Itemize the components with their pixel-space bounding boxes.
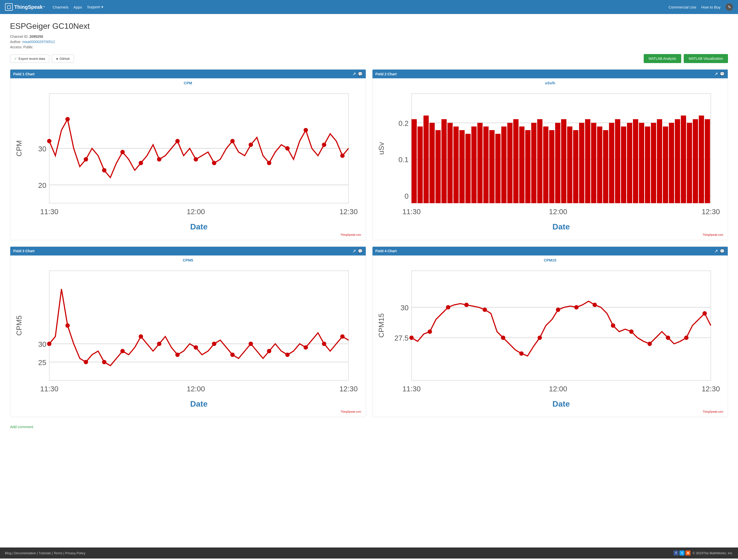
svg-rect-49 — [471, 126, 476, 203]
svg-point-133 — [537, 335, 542, 340]
chart-title-field2: uSv/h — [375, 81, 726, 85]
svg-text:11:30: 11:30 — [402, 384, 420, 392]
svg-text:12:00: 12:00 — [549, 384, 567, 392]
svg-point-105 — [157, 341, 161, 346]
chart-body-field3: CPM52530CPM511:3012:0012:30DateThingSpea… — [10, 256, 366, 417]
svg-rect-51 — [483, 126, 488, 203]
svg-rect-40 — [417, 126, 422, 203]
svg-point-129 — [464, 302, 468, 307]
svg-rect-56 — [513, 119, 518, 203]
svg-rect-72 — [609, 123, 614, 203]
how-to-buy-link[interactable]: How to Buy — [701, 5, 721, 9]
twitter-icon[interactable]: t — [680, 551, 685, 556]
svg-rect-70 — [597, 126, 602, 203]
svg-text:0: 0 — [404, 192, 408, 200]
svg-rect-42 — [429, 123, 434, 203]
action-bar-right: MATLAB Analysis MATLAB Visualization — [644, 54, 728, 63]
svg-point-141 — [684, 335, 689, 340]
svg-point-135 — [574, 305, 579, 309]
svg-rect-85 — [687, 123, 692, 203]
svg-text:12:00: 12:00 — [187, 384, 205, 392]
svg-rect-55 — [507, 123, 512, 203]
svg-rect-54 — [501, 126, 506, 203]
svg-point-139 — [648, 341, 652, 346]
svg-rect-50 — [477, 123, 482, 203]
brand[interactable]: ▢ ThingSpeak ™ — [5, 3, 45, 11]
svg-point-23 — [285, 146, 290, 151]
brand-tm: ™ — [42, 6, 45, 8]
logo-box: ▢ — [5, 3, 13, 11]
svg-text:11:30: 11:30 — [402, 208, 420, 216]
svg-point-136 — [593, 302, 597, 307]
nav-apps[interactable]: Apps — [73, 5, 82, 9]
github-button[interactable]: ● GitHub — [52, 54, 74, 63]
user-icon[interactable]: ✎ — [726, 3, 733, 11]
svg-text:CPM: CPM — [15, 141, 23, 157]
chart-svg-field4: 27.530CPM1511:3012:0012:30Date — [375, 264, 726, 409]
chart-header-label-field2: Field 2 Chart — [375, 72, 397, 76]
navbar: ▢ ThingSpeak ™ Channels Apps Support ▾ C… — [0, 0, 738, 14]
expand-icon-field4[interactable]: ↗ — [715, 249, 718, 254]
svg-rect-65 — [567, 126, 572, 203]
svg-text:Date: Date — [552, 222, 570, 231]
footer-privacy[interactable]: Privacy Policy — [65, 551, 85, 555]
page-title: ESPGeiger GC10Next — [10, 21, 728, 31]
comment-icon-field3[interactable]: 💬 — [358, 249, 363, 254]
expand-icon-field1[interactable]: ↗ — [353, 71, 356, 76]
svg-rect-60 — [537, 119, 542, 203]
footer-right: f t ■ © 2024The MathWorks, Inc. — [674, 551, 733, 556]
chart-body-field1: CPM2030CPM11:3012:0012:30DateThingSpeak.… — [10, 78, 366, 240]
svg-rect-84 — [681, 115, 686, 203]
export-button[interactable]: ✓ Export recent data — [10, 54, 49, 63]
svg-point-99 — [47, 341, 51, 346]
expand-icon-field3[interactable]: ↗ — [353, 249, 356, 254]
svg-point-103 — [120, 349, 125, 353]
svg-rect-48 — [465, 134, 470, 203]
svg-point-12 — [84, 157, 88, 162]
action-bar-left: ✓ Export recent data ● GitHub — [10, 54, 74, 63]
channel-id-value: 2095250 — [29, 34, 43, 38]
access-label: Access: — [10, 45, 22, 49]
svg-text:Date: Date — [190, 399, 208, 408]
svg-text:12:30: 12:30 — [702, 384, 720, 392]
comment-icon-field4[interactable]: 💬 — [720, 249, 725, 254]
navbar-right: Commercial Use How to Buy ✎ — [669, 3, 733, 11]
comment-icon-field2[interactable]: 💬 — [720, 71, 725, 76]
svg-text:11:30: 11:30 — [40, 208, 58, 216]
add-comment-link[interactable]: Add comment — [10, 425, 33, 429]
matlab-viz-button[interactable]: MATLAB Visualization — [684, 54, 728, 63]
footer-terms[interactable]: Terms — [53, 551, 62, 555]
chart-svg-field1: 2030CPM11:3012:0012:30Date — [13, 86, 363, 233]
svg-text:12:30: 12:30 — [702, 208, 720, 216]
svg-point-17 — [175, 139, 180, 144]
svg-point-137 — [611, 323, 615, 328]
svg-rect-80 — [657, 119, 662, 203]
svg-point-19 — [212, 161, 217, 166]
svg-rect-81 — [663, 126, 668, 203]
facebook-icon[interactable]: f — [674, 551, 679, 556]
svg-text:12:30: 12:30 — [340, 384, 358, 392]
svg-rect-89 — [49, 271, 349, 380]
author-link[interactable]: mwa0000029700512 — [22, 40, 55, 44]
chart-header-icons-field2: ↗ 💬 — [715, 71, 725, 76]
svg-point-107 — [194, 345, 198, 349]
svg-point-13 — [102, 168, 106, 173]
chart-credit-field4: ThingSpeak.com — [375, 409, 726, 414]
matlab-analysis-button[interactable]: MATLAB Analysis — [644, 54, 681, 63]
nav-channels[interactable]: Channels — [52, 5, 68, 9]
footer-tutorials[interactable]: Tutorials — [39, 551, 51, 555]
expand-icon-field2[interactable]: ↗ — [715, 71, 718, 76]
chart-body-field4: CPM1527.530CPM1511:3012:0012:30DateThing… — [372, 256, 728, 417]
footer-docs[interactable]: Documentation — [14, 551, 36, 555]
nav-support[interactable]: Support ▾ — [87, 5, 103, 9]
svg-rect-73 — [615, 119, 620, 203]
footer-blog[interactable]: Blog — [5, 551, 11, 555]
chart-header-icons-field4: ↗ 💬 — [715, 249, 725, 254]
svg-rect-116 — [411, 271, 711, 380]
svg-point-132 — [519, 351, 523, 356]
comment-icon-field1[interactable]: 💬 — [358, 71, 363, 76]
svg-point-14 — [120, 150, 125, 155]
commercial-use-link[interactable]: Commercial Use — [669, 5, 696, 9]
svg-text:Date: Date — [552, 399, 570, 408]
rss-icon[interactable]: ■ — [686, 551, 691, 556]
